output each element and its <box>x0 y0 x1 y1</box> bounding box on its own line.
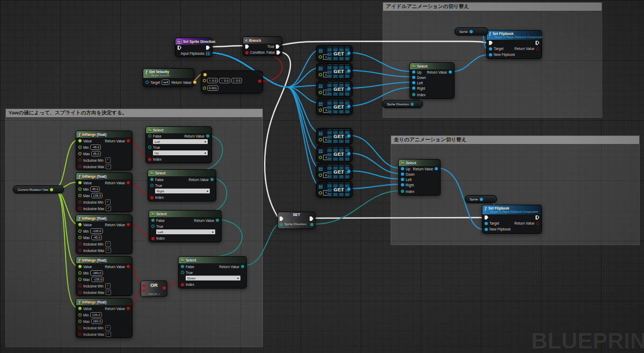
max-pin[interactable] <box>78 194 82 197</box>
return-pin[interactable] <box>241 265 244 268</box>
index-pin[interactable] <box>148 158 151 161</box>
inrange-node-5[interactable]: ƒInRange (float) Value Return Value Min1… <box>76 298 133 338</box>
sprite-direction-pin[interactable] <box>280 223 283 226</box>
current-rotation-yaw-pill[interactable]: Current Rotation Yaw <box>13 185 64 193</box>
return-pin[interactable] <box>127 181 130 184</box>
inclusive-min-checkbox[interactable]: ✓ <box>105 241 111 247</box>
index-pin[interactable] <box>319 91 322 94</box>
min-pin[interactable] <box>78 188 82 191</box>
inclusive-max-pin[interactable] <box>78 291 82 294</box>
true-pin[interactable] <box>181 271 184 274</box>
select-flipbook-run-node[interactable]: 3+Select Up Return Value Down Left Right… <box>398 159 441 196</box>
index-pin[interactable] <box>401 190 404 193</box>
value-pin[interactable] <box>78 265 82 268</box>
array-get-node[interactable]: 2 GET <box>316 81 353 97</box>
exec-in-pin[interactable] <box>489 41 493 45</box>
inclusive-max-pin[interactable] <box>78 207 82 210</box>
left-pin[interactable] <box>412 81 415 84</box>
max-value[interactable]: -135.0 <box>91 277 104 282</box>
array-input-pin[interactable] <box>319 149 323 153</box>
yaw-out-pin[interactable] <box>50 188 53 191</box>
tolerance-pin[interactable] <box>203 87 206 90</box>
inrange-node-2[interactable]: ƒInRange (float) Value Return Value Min4… <box>76 172 133 212</box>
max-pin[interactable] <box>78 320 82 323</box>
max-pin[interactable] <box>78 278 82 281</box>
array-get-node[interactable]: 6 GET <box>316 163 353 180</box>
exec-in-pin[interactable] <box>245 45 249 49</box>
index-pin[interactable] <box>319 174 322 177</box>
inclusive-min-pin[interactable] <box>78 242 82 246</box>
min-value[interactable]: 135.0 <box>90 312 101 318</box>
sprite-direction-variable-pill[interactable]: Sprite Direction <box>382 100 423 108</box>
inclusive-max-checkbox[interactable]: ✓ <box>106 248 111 253</box>
sprite-out-pin[interactable] <box>470 30 473 33</box>
value-pin[interactable] <box>78 223 82 226</box>
return-pin[interactable] <box>536 222 539 225</box>
up-pin[interactable] <box>401 167 404 170</box>
true-option-dropdown[interactable]: Up▾ <box>152 150 208 156</box>
exec-out-pin[interactable] <box>536 41 539 45</box>
array-get-node[interactable]: 4 GET <box>316 146 353 162</box>
array-get-node[interactable]: 7 GET <box>316 181 353 198</box>
index-pin[interactable] <box>319 55 322 59</box>
return-pin[interactable] <box>206 134 209 138</box>
return-pin[interactable] <box>127 265 130 268</box>
array-get-node[interactable]: 3 GET <box>316 98 353 115</box>
false-exec-pin[interactable] <box>276 51 280 55</box>
inclusive-max-pin[interactable] <box>78 249 82 252</box>
false-pin[interactable] <box>151 219 155 222</box>
tolerance-field[interactable]: 0.001 <box>207 85 218 91</box>
select-direction-node-2[interactable]: 3+Select False Return Value True Right▾ … <box>148 169 216 201</box>
left-pin[interactable] <box>401 178 404 181</box>
inclusive-min-checkbox[interactable]: ✓ <box>105 157 111 163</box>
inclusive-max-checkbox[interactable]: ✓ <box>106 164 111 169</box>
inclusive-min-checkbox[interactable]: ✓ <box>105 325 111 330</box>
set-variable-node[interactable]: SET Sprite Direction <box>277 212 316 229</box>
index-pin[interactable] <box>319 191 322 194</box>
y-field[interactable]: Y0.0 <box>219 78 230 83</box>
add-pin-button[interactable]: Add pin + <box>141 292 167 296</box>
return-pin[interactable] <box>127 139 130 142</box>
vector-literal-pin[interactable] <box>203 79 206 82</box>
return-pin[interactable] <box>216 219 219 222</box>
inclusive-min-pin[interactable] <box>78 200 82 204</box>
value-out-pin[interactable] <box>310 223 313 226</box>
array-input-pin[interactable] <box>319 102 323 106</box>
inclusive-min-checkbox[interactable]: ✓ <box>105 199 111 205</box>
inrange-node-1[interactable]: ƒInRange (float) Value Return Value Min-… <box>76 131 133 170</box>
true-option-dropdown[interactable]: Left▾ <box>156 229 216 235</box>
select-direction-node-1[interactable]: 3+Select False Return Value Left▾ True U… <box>145 126 212 163</box>
exec-in-pin[interactable] <box>485 215 488 220</box>
array-get-node[interactable]: 0 GET <box>316 63 353 80</box>
true-pin[interactable] <box>150 184 153 187</box>
index-pin[interactable] <box>319 156 322 159</box>
false-option-dropdown[interactable]: Left▾ <box>152 139 208 145</box>
min-value[interactable]: 45.0 <box>90 186 100 192</box>
sprite-out-pin[interactable] <box>480 198 483 201</box>
max-value[interactable]: -45.0 <box>91 235 102 240</box>
down-pin[interactable] <box>412 76 415 79</box>
return-pin[interactable] <box>536 47 539 51</box>
set-flipbook-run-node[interactable]: ƒSet Flipbook Target is Paper Flipbook C… <box>482 205 542 234</box>
min-value[interactable]: -45.0 <box>90 145 101 150</box>
return-pin[interactable] <box>210 178 214 181</box>
right-pin[interactable] <box>412 87 415 90</box>
exec-out-pin[interactable] <box>310 217 313 221</box>
index-pin[interactable] <box>150 196 153 199</box>
up-pin[interactable] <box>412 70 415 74</box>
inclusive-max-checkbox[interactable]: ✓ <box>106 290 111 295</box>
max-pin[interactable] <box>78 152 82 155</box>
right-pin[interactable] <box>401 183 404 186</box>
z-field[interactable]: Z0.0 <box>231 78 242 83</box>
min-value[interactable]: -135.0 <box>90 228 103 234</box>
set-flipbook-idle-node[interactable]: ƒSet Flipbook Target is Paper Flipbook C… <box>486 30 542 59</box>
false-pin[interactable] <box>181 265 184 268</box>
array-input-pin[interactable] <box>319 67 323 70</box>
self-value[interactable]: self <box>162 80 170 85</box>
select-direction-node-3[interactable]: 3+Select False Return Value True Left▾ I… <box>149 210 222 242</box>
branch-node[interactable]: <Branch True Condition False <box>243 37 282 56</box>
select-direction-node-4[interactable]: 3+Select False Return Value True Down▾ I… <box>178 256 247 289</box>
true-option-dropdown[interactable]: Right▾ <box>155 188 210 194</box>
value-pin[interactable] <box>78 181 82 184</box>
true-pin[interactable] <box>151 225 155 228</box>
